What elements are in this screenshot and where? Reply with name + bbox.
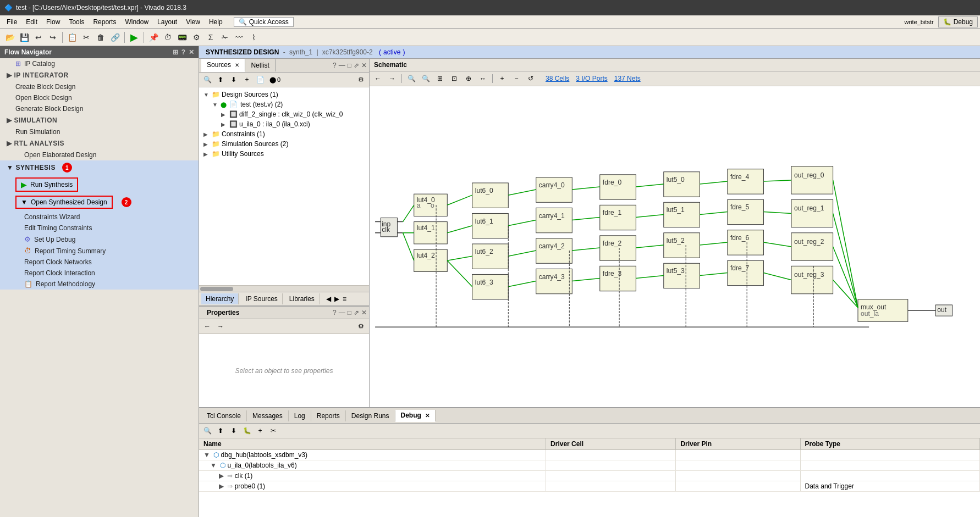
sources-add-btn[interactable]: + xyxy=(241,74,253,86)
tree-uila0[interactable]: ▶ 🔲 u_ila_0 : ila_0 (ila_0.xci) xyxy=(199,119,369,129)
menu-view[interactable]: View xyxy=(181,17,205,27)
maximize-icon[interactable]: □ xyxy=(348,309,351,316)
cells-stat[interactable]: 38 Cells xyxy=(546,75,569,82)
expand-icon[interactable]: ▼ xyxy=(210,462,217,469)
debug-scissors-btn[interactable]: ✂ xyxy=(267,425,279,437)
redo-button[interactable]: ↪ xyxy=(46,31,59,44)
float-icon[interactable]: ⇗ xyxy=(354,309,359,316)
nav-item-generate-block[interactable]: Generate Block Design xyxy=(0,103,199,114)
sch-select-btn[interactable]: ⊡ xyxy=(448,73,460,85)
table-row[interactable]: ▶ ⇒ probe0 (1) Data and Trigger xyxy=(199,481,980,492)
debug-button[interactable]: 🐛 Debug xyxy=(938,16,978,27)
close-props-icon[interactable]: ✕ xyxy=(361,309,367,316)
footer-tab-hierarchy[interactable]: Hierarchy xyxy=(201,293,239,304)
run-button[interactable]: ▶ xyxy=(128,31,141,44)
footer-prev-icon[interactable]: ◀ xyxy=(326,295,331,303)
delete-button[interactable]: 🗑 xyxy=(94,31,107,44)
sources-collapse-btn[interactable]: ⬆ xyxy=(214,74,227,86)
pin-icon[interactable]: ⊞ xyxy=(173,48,178,56)
props-settings-btn[interactable]: ⚙ xyxy=(355,320,367,332)
undo-button[interactable]: ↩ xyxy=(32,31,45,44)
schematic-canvas[interactable]: inp clk lut4_0 a o lut4_1 xyxy=(370,86,980,407)
tab-log[interactable]: Log xyxy=(289,410,311,421)
footer-tab-libraries[interactable]: Libraries xyxy=(285,293,320,304)
question-icon[interactable]: ? xyxy=(333,309,337,316)
tab-messages[interactable]: Messages xyxy=(247,410,289,421)
tree-test-item[interactable]: ▼ ⬤ 📄 test (test.v) (2) xyxy=(199,99,369,109)
sch-minus-btn[interactable]: − xyxy=(510,73,522,85)
save-button[interactable]: 💾 xyxy=(18,31,31,44)
tab-design-runs[interactable]: Design Runs xyxy=(346,410,395,421)
table-row[interactable]: ▼ ⬡ u_ila_0(labtools_ila_v6) xyxy=(199,460,980,471)
io-ports-stat[interactable]: 3 I/O Ports xyxy=(576,75,607,82)
tree-diff2single[interactable]: ▶ 🔲 diff_2_single : clk_wiz_0 (clk_wiz_0 xyxy=(199,109,369,119)
nav-item-set-up-debug[interactable]: ⚙ Set Up Debug xyxy=(0,234,199,245)
sch-fit-btn[interactable]: ⊞ xyxy=(434,73,446,85)
menu-layout[interactable]: Layout xyxy=(153,17,181,27)
nav-item-run-simulation[interactable]: Run Simulation xyxy=(0,126,199,137)
nets-stat[interactable]: 137 Nets xyxy=(614,75,641,82)
menu-flow[interactable]: Flow xyxy=(42,17,64,27)
debug-bug-btn[interactable]: 🐛 xyxy=(241,425,253,437)
sch-forward-btn[interactable]: → xyxy=(386,73,398,85)
tree-design-sources[interactable]: ▼ 📁 Design Sources (1) xyxy=(199,90,369,99)
sources-expand-btn[interactable]: ⬇ xyxy=(228,74,240,86)
nav-item-report-timing[interactable]: ⏱ Report Timing Summary xyxy=(0,245,199,257)
sch-expand-btn[interactable]: ↔ xyxy=(477,73,489,85)
open-button[interactable]: 📂 xyxy=(3,31,16,44)
footer-next-icon[interactable]: ▶ xyxy=(334,295,339,303)
close-sources-icon[interactable]: ✕ xyxy=(361,62,367,69)
sources-scrollbar-h[interactable] xyxy=(199,285,369,292)
debug-add-btn[interactable]: + xyxy=(254,425,266,437)
tab-tcl-console[interactable]: Tcl Console xyxy=(201,410,247,421)
sch-plus-btn[interactable]: + xyxy=(496,73,508,85)
table-row[interactable]: ▼ ⬡ dbg_hub(labtools_xsdbm_v3) xyxy=(199,450,980,460)
sources-tab-close[interactable]: ✕ xyxy=(235,62,239,68)
expand-icon[interactable]: ▶ xyxy=(219,472,224,480)
footer-menu-icon[interactable]: ≡ xyxy=(343,295,346,303)
sources-doc-btn[interactable]: 📄 xyxy=(254,74,266,86)
nav-item-open-elaborated[interactable]: Open Elaborated Design xyxy=(0,149,199,160)
program-button[interactable]: 📟 xyxy=(175,31,189,44)
menu-edit[interactable]: Edit xyxy=(21,17,42,27)
menu-tools[interactable]: Tools xyxy=(64,17,89,27)
sch-zoom-in-btn[interactable]: 🔍 xyxy=(405,73,417,85)
minimize-icon[interactable]: — xyxy=(339,62,345,69)
tab-netlist[interactable]: Netlist xyxy=(245,59,275,71)
sources-settings-btn[interactable]: ⚙ xyxy=(355,74,367,86)
wave-button[interactable]: 〰 xyxy=(233,31,246,44)
menu-window[interactable]: Window xyxy=(120,17,153,27)
nav-item-ip-catalog[interactable]: ⊞ IP Catalog xyxy=(0,58,199,69)
copy-button[interactable]: 📋 xyxy=(65,31,79,44)
nav-section-ip-integrator[interactable]: ▶ IP INTEGRATOR xyxy=(0,69,199,81)
expand-icon[interactable]: ▶ xyxy=(219,482,224,490)
settings-btn[interactable]: ⚙ xyxy=(190,31,203,44)
nav-item-report-clock-interaction[interactable]: Report Clock Interaction xyxy=(0,268,199,279)
run-synthesis-button[interactable]: ▶ Run Synthesis xyxy=(15,177,78,192)
nav-item-open-block[interactable]: Open Block Design xyxy=(0,92,199,103)
props-back-btn[interactable]: ← xyxy=(201,320,213,332)
nav-item-report-methodology[interactable]: 📋 Report Methodology xyxy=(0,279,199,290)
nav-item-edit-timing[interactable]: Edit Timing Constraints xyxy=(0,223,199,234)
sch-route-btn[interactable]: ⊕ xyxy=(463,73,475,85)
table-row[interactable]: ▶ ⇒ clk (1) xyxy=(199,471,980,481)
float-icon[interactable]: ⇗ xyxy=(354,62,359,69)
maximize-icon[interactable]: □ xyxy=(348,62,351,69)
menu-file[interactable]: File xyxy=(2,17,21,27)
quick-access-bar[interactable]: 🔍 Quick Access xyxy=(234,17,294,27)
debug-search-btn[interactable]: 🔍 xyxy=(201,425,213,437)
nav-item-create-block[interactable]: Create Block Design xyxy=(0,81,199,92)
open-synthesized-design-button[interactable]: ▼ Open Synthesized Design xyxy=(15,196,113,209)
question-icon[interactable]: ? xyxy=(333,62,337,69)
cut-button[interactable]: ✂ xyxy=(80,31,93,44)
nav-item-report-clock-networks[interactable]: Report Clock Networks xyxy=(0,257,199,268)
props-forward-btn[interactable]: → xyxy=(214,320,227,332)
nav-section-rtl[interactable]: ▶ RTL ANALYSIS xyxy=(0,137,199,149)
sigma-button[interactable]: Σ xyxy=(204,31,217,44)
footer-tab-ip-sources[interactable]: IP Sources xyxy=(241,293,282,304)
sch-zoom-out-btn[interactable]: 🔍 xyxy=(420,73,432,85)
tab-debug[interactable]: Debug ✕ xyxy=(395,410,436,422)
debug-tab-close[interactable]: ✕ xyxy=(425,413,430,419)
sources-search-btn[interactable]: 🔍 xyxy=(201,74,213,86)
connect-button[interactable]: 🔗 xyxy=(108,31,122,44)
